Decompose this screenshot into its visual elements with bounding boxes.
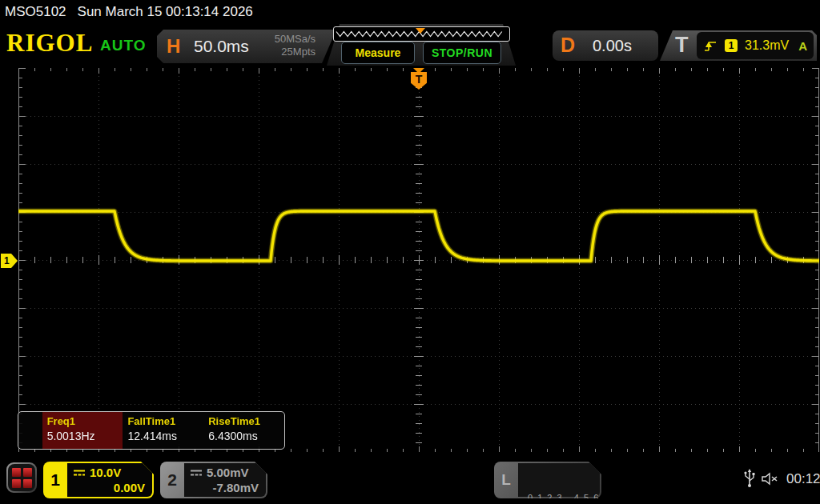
model-name: MSO5102 [5, 4, 66, 19]
timebase-value: 50.0ms [194, 37, 249, 56]
trigger-label: T [675, 33, 689, 58]
measurement-freq1[interactable]: Freq1 5.0013Hz [42, 412, 123, 449]
measurement-value: 6.4300ms [208, 430, 284, 442]
channel1-ground-marker[interactable]: 1 [1, 254, 18, 268]
datetime: Sun March 15 00:13:14 2026 [78, 4, 253, 19]
dc-coupling-icon [73, 469, 86, 477]
measurement-label: RiseTime1 [208, 415, 284, 427]
trigger-level: 31.3mV [745, 38, 789, 53]
measurement-label: FallTime1 [127, 415, 203, 427]
delay-box[interactable]: D 0.00s [553, 30, 658, 61]
uptime-clock: 00:12 [786, 471, 820, 487]
measurement-falltime1[interactable]: FallTime1 12.414ms [123, 412, 203, 449]
horizontal-timebase-box[interactable]: H 50.0ms 50MSa/s 25Mpts [157, 30, 336, 63]
logic-row-1: 0 1 2 3 4 5 6 7 [528, 492, 600, 504]
measurement-risetime1[interactable]: RiseTime1 6.4300ms [203, 412, 284, 449]
usb-icon [743, 469, 756, 488]
sample-rate: 50MSa/s [275, 33, 316, 46]
trigger-source-badge: 1 [725, 39, 738, 52]
measurement-results-box[interactable]: Freq1 5.0013Hz FallTime1 12.414ms RiseTi… [18, 411, 285, 450]
acquisition-mode-badge: AUTO [100, 37, 146, 54]
channel1-number: 1 [43, 462, 67, 498]
horizontal-label: H [167, 35, 180, 58]
channel1-status-pill[interactable]: 1 10.0V 0.00V [43, 462, 154, 498]
waveform-overview-strip[interactable] [333, 26, 510, 42]
sample-rate-block: 50MSa/s 25Mpts [275, 33, 316, 58]
trigger-box[interactable]: T 1 31.3mV A [660, 30, 817, 61]
logic-channels-pill[interactable]: L 0 1 2 3 4 5 6 7 8 9 1011 12131415 [494, 462, 601, 498]
rising-edge-icon [703, 39, 718, 52]
rigol-logo: RIGOL [6, 29, 93, 58]
measure-button[interactable]: Measure [341, 42, 415, 64]
dc-coupling-icon [190, 469, 203, 477]
channel2-number: 2 [160, 462, 184, 498]
display-windows-icon[interactable] [6, 462, 37, 493]
overview-zigzag-icon [334, 27, 508, 39]
channel1-scale: 10.0V [90, 466, 121, 479]
sound-muted-icon [761, 472, 780, 486]
logic-channel-list: 0 1 2 3 4 5 6 7 8 9 1011 12131415 [518, 463, 600, 497]
memory-depth: 25Mpts [275, 46, 316, 58]
channel1-offset: 0.00V [67, 479, 152, 494]
delay-label: D [561, 34, 575, 57]
trigger-settings: 1 31.3mV A [697, 32, 814, 59]
overview-position-marker [416, 28, 425, 34]
channel2-status-pill[interactable]: 2 5.00mV -7.80mV [160, 462, 267, 498]
measurement-value: 5.0013Hz [47, 430, 123, 442]
title-bar: MSO5102Sun March 15 00:13:14 2026 [0, 0, 820, 24]
channel2-offset: -7.80mV [184, 479, 266, 494]
measurement-label: Freq1 [47, 415, 123, 427]
oscilloscope-screen: MSO5102Sun March 15 00:13:14 2026 RIGOL … [0, 0, 820, 504]
measurement-value: 12.414ms [127, 430, 203, 442]
waveform-display[interactable] [18, 68, 819, 452]
channel2-values: 5.00mV -7.80mV [184, 463, 266, 497]
stop-run-button[interactable]: STOP/RUN [423, 42, 501, 64]
trigger-mode: A [798, 39, 807, 53]
channel1-values: 10.0V 0.00V [67, 463, 152, 497]
channel2-scale: 5.00mV [207, 466, 249, 479]
measurement-lead-space [18, 412, 42, 449]
delay-value: 0.00s [593, 37, 632, 55]
logic-label: L [494, 462, 518, 498]
